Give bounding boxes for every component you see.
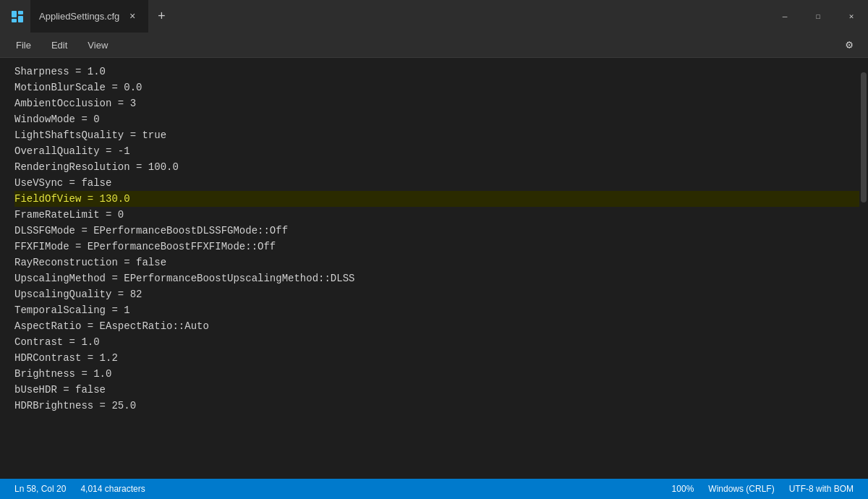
code-line: LightShaftsQuality = true bbox=[14, 127, 859, 143]
code-line: FFXFIMode = EPerformanceBoostFFXFIMode::… bbox=[14, 239, 859, 255]
code-line: UpscalingMethod = EPerformanceBoostUpsca… bbox=[14, 270, 859, 286]
svg-rect-1 bbox=[18, 11, 23, 14]
scrollbar[interactable] bbox=[859, 58, 868, 479]
editor-container: Sharpness = 1.0MotionBlurScale = 0.0Ambi… bbox=[0, 58, 868, 479]
minimize-button[interactable]: — bbox=[768, 0, 801, 33]
code-line: TemporalScaling = 1 bbox=[14, 302, 859, 318]
code-line: WindowMode = 0 bbox=[14, 111, 859, 127]
title-bar: AppliedSettings.cfg × + — ☐ ✕ bbox=[0, 0, 868, 33]
svg-rect-0 bbox=[12, 11, 17, 17]
status-line-ending[interactable]: Windows (CRLF) bbox=[701, 479, 781, 499]
code-line: UseVSync = false bbox=[14, 175, 859, 191]
code-line: DLSSFGMode = EPerformanceBoostDLSSFGMode… bbox=[14, 223, 859, 239]
svg-rect-2 bbox=[18, 16, 23, 22]
maximize-button[interactable]: ☐ bbox=[801, 0, 835, 33]
status-zoom[interactable]: 100% bbox=[665, 479, 702, 499]
code-line: MotionBlurScale = 0.0 bbox=[14, 80, 859, 95]
settings-gear-icon[interactable]: ⚙ bbox=[836, 33, 862, 58]
code-line: AspectRatio = EAspectRatio::Auto bbox=[14, 318, 859, 334]
status-bar: Ln 58, Col 20 4,014 characters 100% Wind… bbox=[0, 479, 868, 499]
code-line: bUseHDR = false bbox=[14, 382, 859, 398]
window-controls: — ☐ ✕ bbox=[768, 0, 868, 33]
close-button[interactable]: ✕ bbox=[835, 0, 868, 33]
code-line: HDRContrast = 1.2 bbox=[14, 350, 859, 366]
code-line: HDRBrightness = 25.0 bbox=[14, 398, 859, 414]
menu-bar: File Edit View ⚙ bbox=[0, 33, 868, 58]
scrollbar-thumb[interactable] bbox=[861, 72, 867, 202]
code-line: UpscalingQuality = 82 bbox=[14, 286, 859, 302]
status-encoding[interactable]: UTF-8 with BOM bbox=[782, 479, 861, 499]
code-line: Contrast = 1.0 bbox=[14, 334, 859, 350]
svg-rect-3 bbox=[12, 19, 17, 22]
code-line: Sharpness = 1.0 bbox=[14, 64, 859, 80]
title-bar-left: AppliedSettings.cfg × + bbox=[0, 0, 768, 33]
new-tab-button[interactable]: + bbox=[148, 0, 174, 33]
status-line-col[interactable]: Ln 58, Col 20 bbox=[7, 479, 73, 499]
close-tab-button[interactable]: × bbox=[125, 9, 140, 24]
menu-edit[interactable]: Edit bbox=[41, 33, 77, 58]
active-tab[interactable]: AppliedSettings.cfg × bbox=[30, 0, 148, 33]
status-char-count[interactable]: 4,014 characters bbox=[73, 479, 152, 499]
menu-file[interactable]: File bbox=[6, 33, 41, 58]
app-icon bbox=[4, 0, 30, 33]
status-right: 100% Windows (CRLF) UTF-8 with BOM bbox=[665, 479, 861, 499]
code-line: Brightness = 1.0 bbox=[14, 366, 859, 382]
code-line: RenderingResolution = 100.0 bbox=[14, 159, 859, 175]
code-line: FieldOfView = 130.0 bbox=[14, 191, 859, 207]
code-line: OverallQuality = -1 bbox=[14, 143, 859, 159]
menu-view[interactable]: View bbox=[77, 33, 118, 58]
code-line: RayReconstruction = false bbox=[14, 255, 859, 270]
editor-content[interactable]: Sharpness = 1.0MotionBlurScale = 0.0Ambi… bbox=[0, 58, 859, 479]
tab-title: AppliedSettings.cfg bbox=[39, 11, 119, 22]
code-line: FrameRateLimit = 0 bbox=[14, 207, 859, 223]
code-line: AmbientOcclusion = 3 bbox=[14, 95, 859, 111]
